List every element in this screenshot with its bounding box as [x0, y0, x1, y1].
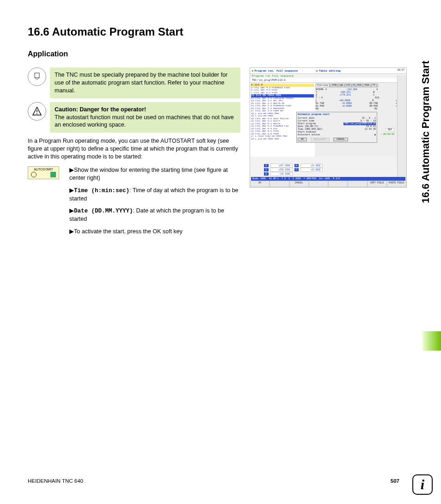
dialog-cancel-button[interactable]: CANCEL — [333, 138, 348, 141]
callout-text: The TNC must be specially prepared by th… — [50, 67, 240, 98]
elapsed-time: ☉ 00:00:08 — [380, 133, 394, 136]
clock-icon — [31, 172, 37, 177]
danger-callout: Caution: Danger for the operator! The au… — [28, 102, 240, 133]
status-values: RFNOML X-212.384A+0.000Y-230.371B+0.000Z… — [316, 88, 405, 110]
autostart-dialog: Automatic program start Current date31 .… — [296, 112, 377, 143]
shot-subtitle: Program run full sequence — [250, 74, 406, 78]
step-2: ▶Time (h:min:sec): Time of day at which … — [69, 187, 240, 203]
status-tabs: Overview PGMLBLCYCMPOSTOOLTT — [316, 84, 405, 87]
autostart-softkey[interactable]: AUTOSTART — [28, 166, 59, 179]
dialog-ok-button[interactable]: OK — [298, 138, 307, 141]
book-icon — [28, 67, 46, 86]
shot-mode-left: Program run, full sequence — [252, 69, 298, 73]
callout-title: Caution: Danger for the operator! — [55, 106, 146, 113]
section-heading: 16.6 Automatic Program Start — [28, 25, 413, 38]
step-1: ▶Show the window for entering the starti… — [69, 166, 240, 182]
margin-section-label: 16.6 Automatic Program Start — [420, 18, 432, 203]
step-4: ▶To activate the start, press the OK sof… — [69, 228, 240, 236]
softkey-label: AUTOSTART — [34, 168, 53, 171]
chapter-tab — [423, 331, 441, 351]
start-icon — [50, 172, 56, 177]
shot-sidebar — [397, 75, 406, 181]
control-screenshot: 08:57 Program run, full sequence Table e… — [250, 67, 407, 188]
softkey-row: OKCANCELCOPY FIELDPASTE FIELD — [250, 181, 406, 187]
status-bar: Mode: NOML#1 WP-1T 5ZS 2000F 0MM/MINOvr … — [251, 177, 405, 181]
shot-path: TNC:\nc_prog\PGM\113.H — [250, 78, 406, 83]
info-icon: i — [412, 474, 433, 495]
svg-point-2 — [37, 113, 37, 114]
footer-product: HEIDENHAIN TNC 640 — [28, 478, 83, 484]
warning-icon — [28, 102, 46, 121]
page-number: 507 — [391, 478, 399, 484]
intro-paragraph: In a Program Run operating mode, you can… — [28, 137, 240, 161]
shot-mode-right: Table editing — [316, 69, 340, 73]
step-3: ▶Date (DD.MM.YYYY): Date at which the pr… — [69, 207, 240, 223]
callout-body: The autostart function must not be used … — [55, 114, 234, 128]
rep-indicator: REP — [386, 128, 394, 132]
svg-rect-0 — [35, 73, 39, 78]
shot-clock: 08:57 — [398, 69, 404, 72]
machine-note-callout: The TNC must be specially prepared by th… — [28, 67, 240, 98]
position-display: X+47.808A+0.000Y+53.055C+0.000Z-10.000 — [264, 164, 323, 176]
subsection-heading: Application — [28, 50, 413, 58]
